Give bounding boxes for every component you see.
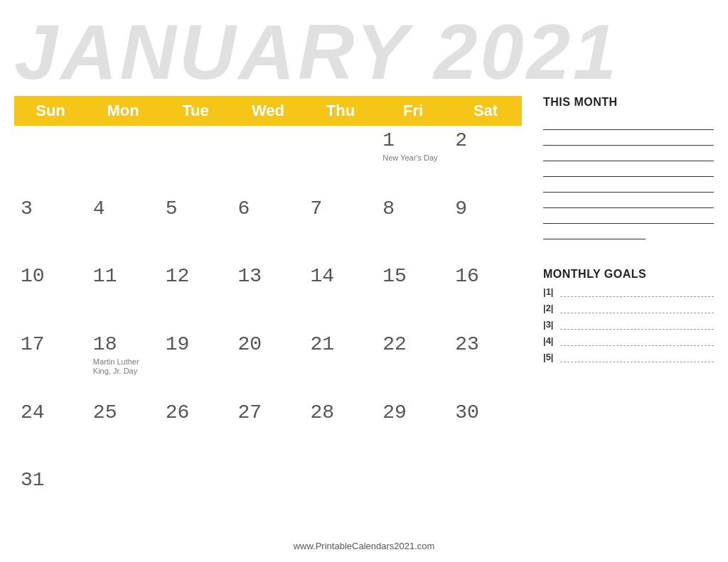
sidebar: THIS MONTH MONTHLY GOALS |1| |2| — [522, 96, 714, 534]
main-content: Sun Mon Tue Wed Thu Fri Sat 1New Year's … — [14, 96, 714, 534]
calendar-cell: 27 — [232, 398, 305, 466]
calendar-grid: 1New Year's Day2345678910111213141516171… — [14, 126, 522, 534]
footer-url: www.PrintableCalendars2021.com — [294, 541, 435, 551]
calendar-cell — [15, 126, 87, 194]
calendar-cell — [160, 126, 232, 194]
calendar-cell: 29 — [377, 398, 449, 466]
notes-line-2 — [543, 130, 714, 146]
calendar-cell — [304, 465, 377, 534]
calendar-cell — [304, 126, 377, 194]
cell-number: 9 — [455, 198, 467, 220]
day-header-fri: Fri — [377, 96, 449, 126]
calendar-cell — [87, 465, 160, 534]
notes-line-6 — [543, 193, 714, 208]
day-header-wed: Wed — [232, 96, 304, 126]
cell-number: 3 — [21, 198, 33, 220]
calendar-cell: 17 — [15, 330, 87, 398]
calendar-cell: 4 — [87, 194, 160, 262]
calendar-cell: 30 — [449, 398, 522, 466]
cell-number: 12 — [166, 266, 190, 288]
goal-number-5: |5| — [543, 352, 557, 362]
cell-number: 31 — [21, 470, 45, 492]
goal-item-2: |2| — [543, 303, 714, 313]
day-header-sun: Sun — [14, 96, 87, 126]
calendar-cell — [87, 126, 160, 194]
cell-number: 20 — [238, 334, 262, 356]
calendar-cell — [232, 465, 305, 534]
calendar-section: Sun Mon Tue Wed Thu Fri Sat 1New Year's … — [14, 96, 522, 534]
goal-item-5: |5| — [543, 352, 714, 362]
calendar-cell: 5 — [160, 194, 232, 262]
cell-number: 8 — [382, 198, 395, 220]
calendar-cell: 7 — [304, 194, 377, 262]
cell-number: 2 — [455, 130, 467, 152]
day-header-mon: Mon — [87, 96, 159, 126]
goal-line-2 — [560, 303, 714, 313]
notes-line-1 — [543, 114, 714, 130]
calendar-cell: 10 — [15, 261, 87, 330]
day-header-sat: Sat — [449, 96, 522, 126]
footer: www.PrintableCalendars2021.com — [14, 534, 714, 555]
cell-number: 24 — [21, 402, 45, 424]
goal-item-4: |4| — [543, 335, 714, 346]
monthly-goals-title: MONTHLY GOALS — [543, 268, 714, 281]
cell-number: 19 — [166, 334, 190, 356]
cell-holiday: Martin Luther King, Jr. Day — [93, 357, 154, 376]
calendar-cell: 26 — [160, 398, 232, 466]
day-header-thu: Thu — [304, 96, 377, 126]
calendar-cell: 18Martin Luther King, Jr. Day — [87, 330, 160, 398]
calendar-cell: 16 — [449, 261, 522, 330]
cell-number: 10 — [21, 266, 45, 288]
cell-holiday: New Year's Day — [382, 153, 437, 163]
cell-number: 7 — [310, 198, 322, 220]
day-header-row: Sun Mon Tue Wed Thu Fri Sat — [14, 96, 522, 126]
calendar-cell: 20 — [232, 330, 305, 398]
goal-number-4: |4| — [543, 335, 557, 346]
cell-number: 11 — [93, 266, 117, 288]
cell-number: 26 — [166, 402, 190, 424]
cell-number: 4 — [93, 198, 105, 220]
calendar-cell: 25 — [87, 398, 160, 466]
goal-item-3: |3| — [543, 319, 714, 330]
calendar-cell — [449, 465, 522, 534]
cell-number: 25 — [93, 402, 117, 424]
goal-number-3: |3| — [543, 319, 557, 330]
goal-line-5 — [560, 352, 714, 362]
cell-number: 30 — [455, 402, 479, 424]
cell-number: 29 — [382, 402, 407, 424]
cell-number: 17 — [21, 334, 45, 356]
calendar-cell: 28 — [304, 398, 377, 466]
day-header-tue: Tue — [159, 96, 232, 126]
calendar-cell: 19 — [160, 330, 232, 398]
calendar-cell: 22 — [377, 330, 449, 398]
calendar-cell: 15 — [377, 261, 449, 330]
notes-line-5 — [543, 177, 714, 193]
calendar-cell: 6 — [232, 194, 305, 262]
calendar-cell: 9 — [449, 194, 522, 262]
cell-number: 23 — [455, 334, 479, 356]
cell-number: 15 — [382, 266, 407, 288]
cell-number: 13 — [238, 266, 262, 288]
calendar-cell: 1New Year's Day — [377, 126, 449, 194]
calendar-cell: 24 — [15, 398, 87, 466]
notes-line-7 — [543, 208, 714, 224]
calendar-cell: 2 — [449, 126, 522, 194]
cell-number: 6 — [238, 198, 250, 220]
calendar-cell: 31 — [15, 465, 87, 534]
calendar-cell: 14 — [304, 261, 377, 330]
calendar-cell — [377, 465, 449, 534]
this-month-title: THIS MONTH — [543, 96, 714, 109]
cell-number: 18 — [93, 334, 117, 356]
cell-number: 14 — [310, 266, 334, 288]
goal-line-1 — [560, 287, 714, 297]
notes-lines — [543, 114, 714, 239]
calendar-cell: 3 — [15, 194, 87, 262]
page: JANUARY 2021 Sun Mon Tue Wed Thu Fri Sat… — [0, 0, 728, 562]
cell-number: 16 — [455, 266, 479, 288]
notes-line-4 — [543, 161, 714, 177]
goal-line-4 — [560, 336, 714, 346]
calendar-cell: 21 — [304, 330, 377, 398]
cell-number: 22 — [382, 334, 407, 356]
calendar-cell: 11 — [87, 261, 160, 330]
calendar-cell — [160, 465, 232, 534]
